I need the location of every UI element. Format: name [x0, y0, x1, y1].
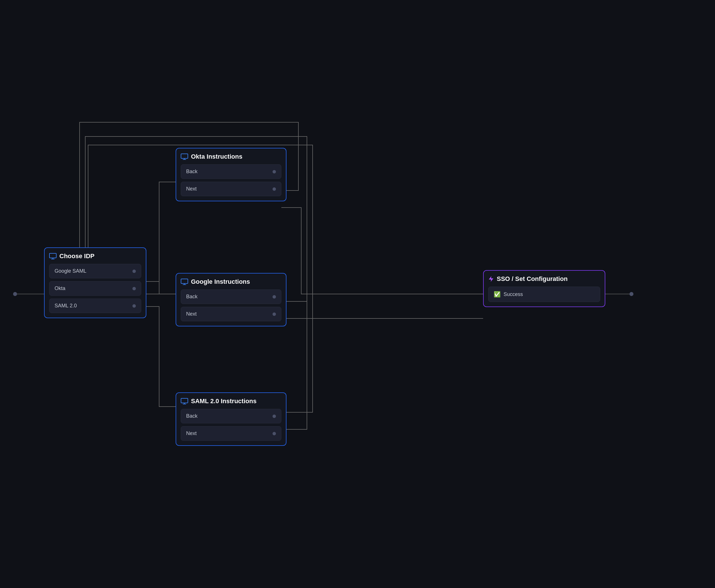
saml2-option[interactable]: SAML 2.0: [49, 298, 141, 313]
okta-back-port: [273, 170, 276, 173]
check-icon: ✅: [494, 291, 501, 298]
saml-instructions-title: SAML 2.0 Instructions: [181, 398, 281, 405]
svg-rect-5: [49, 253, 56, 258]
okta-next-port: [273, 187, 276, 191]
monitor-icon-google: [181, 279, 188, 285]
google-instructions-title: Google Instructions: [181, 278, 281, 286]
choose-idp-title: Choose IDP: [49, 252, 141, 260]
monitor-icon: [49, 253, 57, 259]
google-back-port: [273, 295, 276, 298]
svg-rect-7: [181, 279, 188, 284]
saml-next-button[interactable]: Next: [181, 426, 281, 441]
google-next-port: [273, 313, 276, 316]
choose-idp-node: Choose IDP Google SAML Okta SAML 2.0: [44, 247, 146, 318]
google-saml-port: [132, 270, 136, 273]
google-instructions-node: Google Instructions Back Next: [176, 273, 286, 327]
google-saml-option[interactable]: Google SAML: [49, 264, 141, 278]
okta-back-button[interactable]: Back: [181, 164, 281, 179]
svg-rect-8: [181, 398, 188, 403]
success-badge: ✅ Success: [488, 287, 600, 302]
saml2-port: [132, 304, 136, 308]
sso-output-port: [629, 292, 633, 296]
sso-config-node: SSO / Set Configuration ✅ Success: [483, 270, 605, 307]
bolt-icon: [488, 275, 494, 282]
okta-option[interactable]: Okta: [49, 281, 141, 296]
entry-port: [13, 292, 17, 296]
okta-instructions-node: Okta Instructions Back Next: [176, 148, 286, 201]
svg-rect-6: [181, 154, 188, 159]
monitor-icon-saml: [181, 398, 188, 404]
saml-instructions-node: SAML 2.0 Instructions Back Next: [176, 392, 286, 446]
saml-back-button[interactable]: Back: [181, 409, 281, 423]
okta-port: [132, 287, 136, 290]
okta-instructions-title: Okta Instructions: [181, 153, 281, 160]
okta-next-button[interactable]: Next: [181, 182, 281, 196]
monitor-icon-okta: [181, 153, 188, 160]
google-next-button[interactable]: Next: [181, 307, 281, 321]
saml-back-port: [273, 415, 276, 418]
saml-next-port: [273, 432, 276, 435]
google-back-button[interactable]: Back: [181, 290, 281, 304]
sso-config-title: SSO / Set Configuration: [488, 275, 600, 282]
